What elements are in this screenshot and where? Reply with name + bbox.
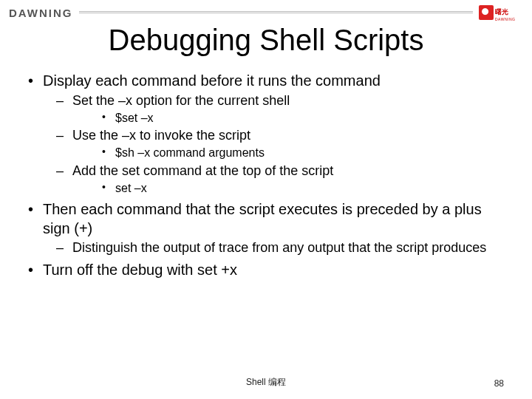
- list-item: Use the –x to invoke the script $sh –x c…: [49, 127, 505, 161]
- list-item: Turn off the debug with set +x: [27, 261, 505, 280]
- list-item: Add the set command at the top of the sc…: [49, 163, 505, 197]
- bullet-text: $sh –x command arguments: [115, 146, 265, 159]
- list-item: Then each command that the script execut…: [27, 200, 505, 256]
- list-item: Distinguish the output of trace from any…: [49, 239, 505, 256]
- bullet-text: Then each command that the script execut…: [43, 201, 482, 236]
- bullet-text: Add the set command at the top of the sc…: [72, 163, 333, 178]
- slide-footer: Shell 编程: [0, 376, 532, 389]
- bullet-text: Turn off the debug with set +x: [43, 262, 237, 278]
- bullet-list-level1: Display each command before it runs the …: [27, 72, 505, 280]
- logo-icon: 曙光 DAWNING: [479, 4, 523, 21]
- bullet-list-level3: $sh –x command arguments: [72, 146, 505, 160]
- list-item: set –x: [93, 181, 505, 196]
- bullet-text: Set the –x option for the current shell: [72, 93, 290, 108]
- logo-mark-icon: [479, 5, 494, 20]
- footer-text: Shell 编程: [246, 376, 286, 389]
- bullet-list-level2: Distinguish the output of trace from any…: [43, 239, 505, 256]
- header-divider: [79, 11, 474, 14]
- bullet-text: Use the –x to invoke the script: [72, 128, 250, 143]
- bullet-list-level2: Set the –x option for the current shell …: [43, 92, 505, 197]
- list-item: $set –x: [93, 111, 505, 126]
- bullet-text: $set –x: [115, 112, 154, 124]
- logo-subtext: DAWNING: [495, 17, 515, 21]
- list-item: Display each command before it runs the …: [27, 72, 505, 196]
- bullet-text: Distinguish the output of trace from any…: [72, 240, 486, 255]
- bullet-list-level3: $set –x: [72, 111, 505, 126]
- list-item: $sh –x command arguments: [93, 146, 505, 160]
- bullet-text: set –x: [115, 182, 147, 194]
- slide-title: Debugging Shell Scripts: [0, 24, 532, 57]
- brand-name: DAWNING: [9, 7, 73, 19]
- bullet-text: Display each command before it runs the …: [43, 72, 381, 89]
- logo-text: 曙光: [495, 8, 508, 16]
- slide-content: Display each command before it runs the …: [0, 72, 532, 280]
- page-number: 88: [494, 378, 504, 389]
- slide-header: DAWNING 曙光 DAWNING: [0, 0, 532, 21]
- bullet-list-level3: set –x: [72, 181, 505, 196]
- list-item: Set the –x option for the current shell …: [49, 92, 505, 126]
- logo-text-block: 曙光 DAWNING: [495, 4, 515, 21]
